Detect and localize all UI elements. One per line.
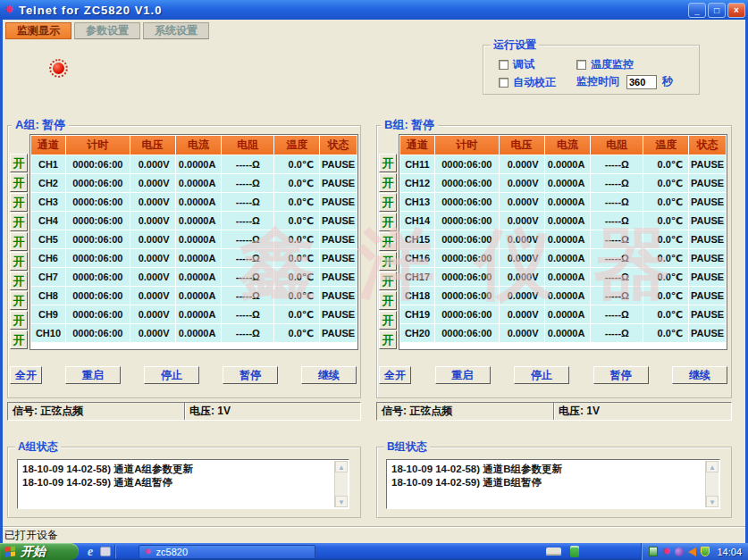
channel-open-button[interactable]: 开 <box>379 213 397 231</box>
channel-open-button[interactable]: 开 <box>10 252 28 271</box>
channel-open-button[interactable]: 开 <box>379 173 397 192</box>
channel-open-button[interactable]: 开 <box>10 173 28 192</box>
task-button-zc5820[interactable]: ✸ zc5820 <box>139 545 315 559</box>
keyboard-icon[interactable] <box>546 547 561 556</box>
restore-button[interactable]: □ <box>708 3 726 18</box>
cell-resistance: -----Ω <box>591 155 643 173</box>
tray-shield-icon[interactable] <box>701 547 710 556</box>
stop-button[interactable]: 停止 <box>144 366 199 384</box>
cell-temperature: 0.0℃ <box>643 193 688 211</box>
temp-monitor-checkbox[interactable] <box>576 60 586 70</box>
scrollbar[interactable]: ▲ ▼ <box>334 461 348 507</box>
cell-channel: CH4 <box>31 212 65 230</box>
channel-open-button[interactable]: 开 <box>10 232 28 251</box>
group-a-panel: A组: 暂停 开开开开开开开开开开 通道计时电压电流电阻温度状态 CH1 000… <box>7 125 361 398</box>
scrollbar[interactable]: ▲ ▼ <box>705 461 719 507</box>
cell-status: PAUSE <box>689 155 726 173</box>
cell-current: 0.0000A <box>545 230 591 248</box>
pause-button[interactable]: 暂停 <box>223 366 278 384</box>
pause-button[interactable]: 暂停 <box>593 366 649 384</box>
channel-open-button[interactable]: 开 <box>10 330 28 349</box>
window-title: Telnet for ZC5820 V1.0 <box>19 4 162 17</box>
tray-round-icon[interactable] <box>675 547 684 556</box>
cell-resistance: -----Ω <box>222 287 273 305</box>
channel-open-button[interactable]: 开 <box>379 272 397 290</box>
cell-time: 0000:06:00 <box>435 249 499 267</box>
cell-time: 0000:06:00 <box>435 324 499 342</box>
scroll-down-icon[interactable]: ▼ <box>706 496 719 507</box>
cell-temperature: 0.0℃ <box>274 324 319 342</box>
cell-temperature: 0.0℃ <box>274 155 319 173</box>
channel-open-button[interactable]: 开 <box>379 252 397 271</box>
cell-temperature: 0.0℃ <box>643 324 688 342</box>
channel-open-button[interactable]: 开 <box>10 213 28 231</box>
scroll-up-icon[interactable]: ▲ <box>335 461 348 472</box>
internet-explorer-icon[interactable]: e <box>88 545 93 559</box>
tab-parameter-settings[interactable]: 参数设置 <box>74 22 140 39</box>
channel-open-button[interactable]: 开 <box>379 193 397 212</box>
cell-voltage: 0.000V <box>130 287 175 305</box>
group-a-status-panel: A组状态 18-10-09 14-02-58) 通道A组参数更新18-10-09… <box>7 447 361 518</box>
channel-open-button[interactable]: 开 <box>10 272 28 290</box>
cell-status: PAUSE <box>689 249 726 267</box>
quick-launch: e <box>88 545 111 559</box>
app-body: 监测显示 参数设置 系统设置 运行设置 调试 温度监控 自动校正 监控时间 <box>0 20 748 543</box>
channel-open-button[interactable]: 开 <box>379 330 397 349</box>
cell-current: 0.0000A <box>545 305 591 323</box>
tab-system-settings[interactable]: 系统设置 <box>143 22 209 39</box>
cell-channel: CH20 <box>400 324 434 342</box>
channel-open-button[interactable]: 开 <box>379 291 397 310</box>
channel-open-button[interactable]: 开 <box>379 311 397 330</box>
tray-green-icon[interactable] <box>649 547 658 556</box>
cell-current: 0.0000A <box>176 193 222 211</box>
tray-volume-icon[interactable] <box>688 547 696 556</box>
monitor-time-input[interactable] <box>626 75 657 89</box>
cell-status: PAUSE <box>320 249 357 267</box>
cell-temperature: 0.0℃ <box>643 305 688 323</box>
start-button[interactable]: 开始 <box>0 543 79 560</box>
all-on-button[interactable]: 全开 <box>10 366 42 384</box>
group-b-log-list: 18-10-09 14-02-58) 通道B组参数更新18-10-09 14-0… <box>386 459 720 509</box>
tab-monitor-display[interactable]: 监测显示 <box>5 22 71 39</box>
monitor-time-row: 监控时间 秒 <box>576 74 673 89</box>
restart-button[interactable]: 重启 <box>435 366 491 384</box>
all-on-button[interactable]: 全开 <box>379 366 411 384</box>
debug-checkbox[interactable] <box>499 60 508 70</box>
channel-open-button[interactable]: 开 <box>379 232 397 251</box>
scroll-up-icon[interactable]: ▲ <box>706 461 719 472</box>
cell-time: 0000:06:00 <box>66 287 130 305</box>
group-b-infobar: 信号: 正弦点频 电压: 1V <box>376 402 732 421</box>
cell-temperature: 0.0℃ <box>643 174 688 192</box>
column-header: 计时 <box>66 136 130 155</box>
group-b-header-row: 通道计时电压电流电阻温度状态 <box>400 136 726 155</box>
cell-temperature: 0.0℃ <box>643 268 688 286</box>
window-left-edge <box>0 20 3 543</box>
resume-button[interactable]: 继续 <box>301 366 357 384</box>
restart-button[interactable]: 重启 <box>65 366 121 384</box>
tray-app-starburst-icon[interactable]: ✸ <box>662 547 670 556</box>
usb-device-icon[interactable] <box>570 546 579 557</box>
cell-current: 0.0000A <box>545 193 591 211</box>
cell-resistance: -----Ω <box>222 249 273 267</box>
run-settings-title: 运行设置 <box>491 38 539 51</box>
cell-status: PAUSE <box>689 174 726 192</box>
auto-cal-checkbox[interactable] <box>499 78 508 88</box>
close-button[interactable]: × <box>727 3 745 18</box>
channel-open-button[interactable]: 开 <box>10 311 28 330</box>
minimize-button[interactable]: _ <box>688 3 706 18</box>
channel-open-button[interactable]: 开 <box>10 154 28 172</box>
table-row: CH2 0000:06:00 0.000V 0.0000A -----Ω 0.0… <box>31 174 357 192</box>
cell-current: 0.0000A <box>545 212 591 230</box>
stop-button[interactable]: 停止 <box>514 366 569 384</box>
channel-open-button[interactable]: 开 <box>379 154 397 172</box>
scroll-down-icon[interactable]: ▼ <box>335 496 348 507</box>
resume-button[interactable]: 继续 <box>672 366 727 384</box>
cell-voltage: 0.000V <box>130 305 175 323</box>
cell-resistance: -----Ω <box>591 174 643 192</box>
cell-temperature: 0.0℃ <box>274 287 319 305</box>
cell-voltage: 0.000V <box>130 268 175 286</box>
cell-resistance: -----Ω <box>222 324 273 342</box>
channel-open-button[interactable]: 开 <box>10 291 28 310</box>
show-desktop-icon[interactable] <box>100 547 111 556</box>
channel-open-button[interactable]: 开 <box>10 193 28 212</box>
